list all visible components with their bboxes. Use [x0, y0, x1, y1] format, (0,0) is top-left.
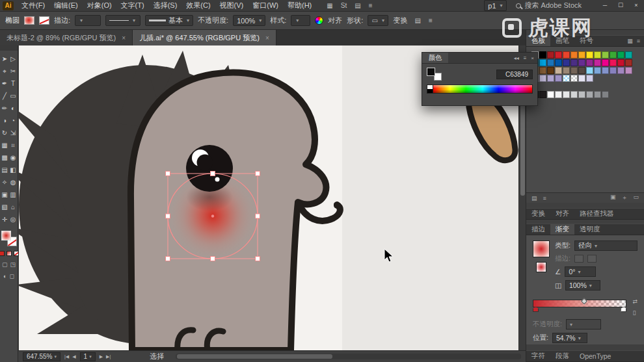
swatch[interactable] [563, 59, 570, 66]
tool-button[interactable]: ◔ [9, 114, 18, 127]
tab-gradient[interactable]: 渐变 [550, 224, 574, 235]
tab-close-icon[interactable]: × [265, 34, 269, 42]
tab-align[interactable]: 对齐 [550, 209, 574, 219]
swatch[interactable] [570, 75, 578, 82]
tool-button[interactable]: ✏ [1, 102, 9, 114]
menu-item[interactable]: 选择(S) [149, 0, 182, 11]
swatch[interactable] [570, 91, 578, 98]
swatch-library-icon[interactable]: ▤ [531, 195, 537, 201]
swatch[interactable] [547, 67, 554, 74]
gradient-button[interactable] [7, 251, 12, 256]
first-artboard-button[interactable]: |◀ [64, 354, 69, 359]
color-button[interactable] [0, 251, 5, 256]
tool-button[interactable]: ↻ [1, 127, 9, 139]
swatch[interactable] [578, 51, 585, 58]
swatch[interactable] [563, 51, 570, 58]
swatch[interactable] [563, 67, 570, 74]
menu-item[interactable]: 效果(C) [181, 0, 215, 11]
swatch[interactable] [594, 51, 601, 58]
swatch[interactable] [539, 75, 546, 82]
gradient-slider-icon[interactable]: ⇄ [632, 298, 637, 305]
tool-button[interactable]: ✂ [9, 65, 18, 77]
tab-character[interactable]: 字符 [526, 351, 550, 361]
gradient-thumbnail[interactable] [533, 240, 550, 257]
swatch[interactable] [578, 75, 585, 82]
last-artboard-button[interactable]: ▶| [106, 354, 111, 359]
color-panel-header[interactable]: 颜色 ◂◂ ≡ × [422, 53, 537, 64]
draw-behind-icon[interactable]: ◳ [10, 261, 16, 268]
variable-width-profile-dropdown[interactable] [105, 15, 141, 26]
menu-item[interactable]: 窗口(W) [248, 0, 283, 11]
tool-button[interactable]: ◎ [9, 213, 18, 226]
app-logo-icon[interactable]: Ai [3, 1, 14, 10]
artboard-number-field[interactable]: 1 [80, 352, 96, 361]
adobe-stock-search[interactable]: 搜索 Adobe Stock [516, 1, 582, 10]
swatch[interactable] [617, 59, 624, 66]
tab-stroke[interactable]: 描边 [526, 224, 550, 235]
tool-button[interactable]: ▤ [1, 164, 9, 176]
menu-item[interactable]: 文件(F) [17, 0, 49, 11]
menu-item[interactable]: 编辑(E) [49, 0, 83, 11]
tool-button[interactable]: ➤ [1, 53, 9, 65]
swatch[interactable] [555, 51, 562, 58]
tab-transform[interactable]: 变换 [526, 209, 550, 219]
tab-symbols[interactable]: 符号 [574, 36, 598, 46]
swatch[interactable] [625, 67, 632, 74]
swatch[interactable] [594, 59, 601, 66]
style-dropdown[interactable] [291, 15, 310, 26]
tab-opentype[interactable]: OpenType [574, 351, 616, 361]
gradient-stop-start[interactable] [533, 307, 539, 312]
next-artboard-button[interactable]: ▶ [100, 354, 103, 359]
tab-transparency[interactable]: 透明度 [574, 224, 606, 235]
white-black-quick-swatches[interactable] [427, 85, 433, 93]
opacity-dropdown[interactable]: 100% [233, 15, 265, 26]
swatch-action-icon[interactable]: ＋ [621, 194, 627, 202]
workspace-switcher[interactable]: p1 [484, 0, 506, 11]
tool-button[interactable]: ⌂ [9, 201, 18, 213]
menu-item[interactable]: 视图(V) [215, 0, 248, 11]
tool-button[interactable]: ◑ [1, 114, 9, 127]
swatch[interactable] [617, 67, 624, 74]
swatch[interactable] [586, 91, 593, 98]
close-button[interactable]: × [628, 0, 644, 11]
menubar-icon[interactable]: St [341, 0, 347, 11]
hex-value-field[interactable]: C63849 [496, 70, 533, 79]
tool-button[interactable]: ╱ [1, 90, 9, 102]
tool-button[interactable]: ✛ [1, 213, 9, 226]
swatch-library-icon[interactable]: ≡ [543, 195, 546, 201]
menubar-icon[interactable]: ▤ [355, 0, 360, 11]
hue-spectrum[interactable] [433, 85, 532, 93]
swatch-view-icon[interactable]: ≡ [637, 38, 640, 44]
screen-mode-icon[interactable]: ◐ [3, 273, 7, 279]
swatch[interactable] [586, 67, 593, 74]
swatch[interactable] [578, 59, 585, 66]
controlbar-icon[interactable]: ≡ [429, 17, 433, 24]
swatch[interactable] [555, 75, 562, 82]
selection-center-point[interactable] [211, 214, 214, 217]
tool-button[interactable]: ◧ [9, 164, 18, 176]
menu-item[interactable]: 对象(O) [83, 0, 116, 11]
align-button[interactable]: 对齐 [328, 16, 342, 25]
none-button[interactable] [14, 251, 19, 256]
swatch[interactable] [570, 59, 578, 66]
swatch[interactable] [570, 51, 578, 58]
swatch-action-icon[interactable]: ▭ [633, 194, 639, 202]
swatch[interactable] [555, 67, 562, 74]
tool-button[interactable]: ⌖ [1, 65, 9, 77]
fill-color-swatch[interactable] [24, 16, 34, 25]
swatch[interactable] [555, 91, 562, 98]
tab-close-icon[interactable]: × [122, 34, 126, 42]
gradient-slider-icon[interactable]: ▯ [632, 309, 637, 316]
tool-button[interactable]: T [9, 77, 18, 90]
gradient-aspect-dropdown[interactable]: 100% [565, 280, 600, 291]
swatch[interactable] [547, 91, 554, 98]
tool-button[interactable]: ▥ [9, 188, 18, 201]
document-tab-untitled[interactable]: 未标题-2 @ 89% (RGB/GPU 预览) × [0, 30, 133, 45]
swatch[interactable] [547, 75, 554, 82]
controlbar-icon[interactable]: ▤ [414, 17, 420, 24]
fill-stroke-indicator[interactable] [1, 231, 17, 246]
swatch[interactable] [610, 59, 617, 66]
tool-button[interactable]: ▦ [1, 139, 9, 151]
swatch[interactable] [610, 51, 617, 58]
swatch[interactable] [563, 75, 570, 82]
